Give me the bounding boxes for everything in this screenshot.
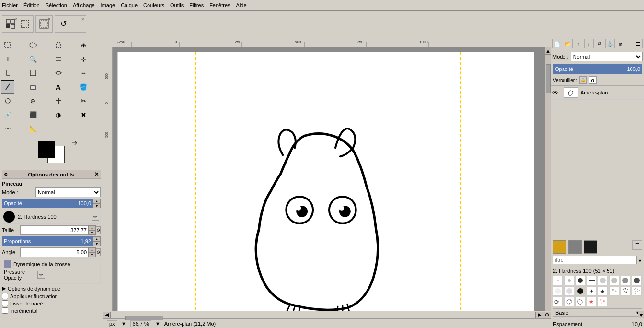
tool-text[interactable]: A [52,80,65,94]
horizontal-scrollbar[interactable]: ◀ ▶ ⊕ [103,311,551,318]
brush-cell-16[interactable] [632,286,642,296]
menu-filtres[interactable]: Filtres [189,2,204,8]
filter-dropdown-icon[interactable]: ▼ [638,258,642,263]
angle-spinner[interactable]: ▲ ▼ [88,247,96,257]
tool-move2[interactable]: ⊹ [77,52,90,66]
toolbar-flip-icon[interactable]: ✕ [70,17,85,31]
tool-colorpick[interactable]: 💉 [1,108,14,121]
tool-measure[interactable]: 📐 [26,122,40,135]
lisser-trace-check[interactable] [2,300,8,306]
angle-input[interactable] [20,247,88,257]
brush-cell-2[interactable] [564,276,574,285]
anchor-btn[interactable]: ⚓ [605,39,615,48]
tool-bucket[interactable]: 🪣 [77,80,90,94]
swatch-yellow[interactable] [553,240,566,254]
delete-btn[interactable]: 🗑 [616,39,625,48]
menu-edition[interactable]: Édition [23,2,40,8]
brush-cell-17[interactable]: ⟳ [553,297,563,306]
close-icon-2[interactable]: ✕ [47,17,51,22]
brush-cell-8[interactable] [632,276,642,285]
tool-align[interactable] [52,52,65,66]
taille-edit-btn[interactable]: ⚙ [96,226,101,234]
hscroll-thumb[interactable] [125,316,163,320]
menu-couleurs[interactable]: Couleurs [143,2,164,8]
swap-colors-icon[interactable] [69,139,79,149]
menu-affichage[interactable]: Affichage [73,2,95,8]
tool-warp[interactable] [52,66,65,80]
brush-cell-9[interactable] [553,286,563,296]
brush-cell-3[interactable] [575,276,585,285]
tool-eraser[interactable] [26,80,40,94]
close-icon-3[interactable]: ✕ [81,17,85,22]
right-mode-select[interactable]: Normal [571,52,643,61]
taille-spinner[interactable]: ▲ ▼ [88,225,96,235]
tool-smudge[interactable]: 〰 [1,122,14,135]
menu-outils[interactable]: Outils [170,2,184,8]
scroll-up-btn[interactable]: ▲ [545,47,551,55]
up-btn[interactable]: ↑ [574,39,583,48]
tool-patch[interactable]: ✂ [77,94,90,107]
tool-select-ellipse[interactable] [26,38,40,52]
canvas-surface[interactable] [117,52,534,311]
brush-cell-14[interactable] [610,286,619,296]
layer-visibility-btn[interactable]: 👁 [552,89,558,96]
tool-clone[interactable]: ⊕ [26,94,40,107]
scroll-right-btn[interactable]: ▶ [535,312,543,318]
tool-select-rect[interactable] [1,38,14,52]
toolbar-icon-2[interactable] [18,17,32,31]
brush-cell-13[interactable]: ★ [598,286,608,296]
lock-icon[interactable]: 🔒 [579,76,587,84]
down-btn[interactable]: ↓ [584,39,594,48]
tool-select-fuzzy[interactable]: ⊕ [77,38,90,52]
new-layer-btn[interactable]: 📄 [552,39,562,48]
lock-alpha-btn[interactable]: α [589,76,597,84]
angle-down[interactable]: ▼ [88,252,96,257]
foreground-color[interactable] [38,141,55,158]
menu-aide[interactable]: Aide [236,2,247,8]
incremental-check[interactable] [2,307,8,314]
tool-crop[interactable] [1,66,14,80]
brush-cell-20[interactable]: ★ [587,297,597,306]
dynamics-edit-btn[interactable]: ✏ [37,271,45,279]
menu-calque[interactable]: Calque [121,2,138,8]
swatch-menu-btn[interactable]: ☰ [632,240,642,250]
tool-pencil[interactable] [1,80,14,94]
tool-fill[interactable]: ⬛ [26,108,40,121]
dup-btn[interactable]: ⧉ [595,39,604,48]
angle-up[interactable]: ▲ [88,247,96,252]
tool-blur[interactable] [1,94,14,107]
scroll-left-btn[interactable]: ◀ [103,312,111,318]
brosse-edit-btn[interactable]: ✏ [92,213,99,221]
tool-transform[interactable] [26,66,40,80]
mode-select[interactable]: Normal [35,187,101,197]
proportions-spinner[interactable]: ▲ ▼ [93,236,101,246]
spin-down[interactable]: ▼ [93,203,101,208]
tool-burn[interactable]: ✖ [77,108,90,121]
opacity-slider[interactable]: Opacité 100,0 ▲ ▼ [2,199,101,208]
brush-cell-4[interactable] [587,276,597,285]
opacity-spinner[interactable]: ▲ ▼ [93,199,101,208]
menu-btn[interactable]: ☰ [633,39,643,48]
spin-up[interactable]: ▲ [93,199,101,203]
unit-select[interactable]: px [107,320,117,327]
toolbar-icon-1[interactable]: ✕ [3,17,18,31]
open-btn[interactable]: 📂 [563,39,573,48]
taille-down[interactable]: ▼ [88,230,96,235]
menu-fichier[interactable]: Fichier [2,2,18,8]
brush-cell-1[interactable] [553,276,563,285]
menu-fenetres[interactable]: Fenêtres [209,2,230,8]
vertical-scrollbar[interactable]: ▲ ▼ [545,47,551,311]
tool-dodge[interactable]: ◑ [52,108,65,121]
scroll-thumb[interactable] [546,64,551,93]
brush-cell-10[interactable] [564,286,574,296]
tool-select-free[interactable] [52,38,65,52]
prop-up[interactable]: ▲ [93,236,101,241]
brush-cell-11[interactable] [575,286,585,296]
scroll-corner-btn[interactable]: ⊕ [543,312,551,318]
brush-cell-19[interactable] [575,297,585,306]
right-opacity-slider[interactable]: Opacité 100,0 [553,64,642,74]
canvas-scroll[interactable] [113,47,545,311]
taille-input[interactable] [20,225,88,235]
proportions-slider[interactable]: Proportions 1,92 ▲ ▼ [2,236,101,246]
prop-down[interactable]: ▼ [93,241,101,246]
